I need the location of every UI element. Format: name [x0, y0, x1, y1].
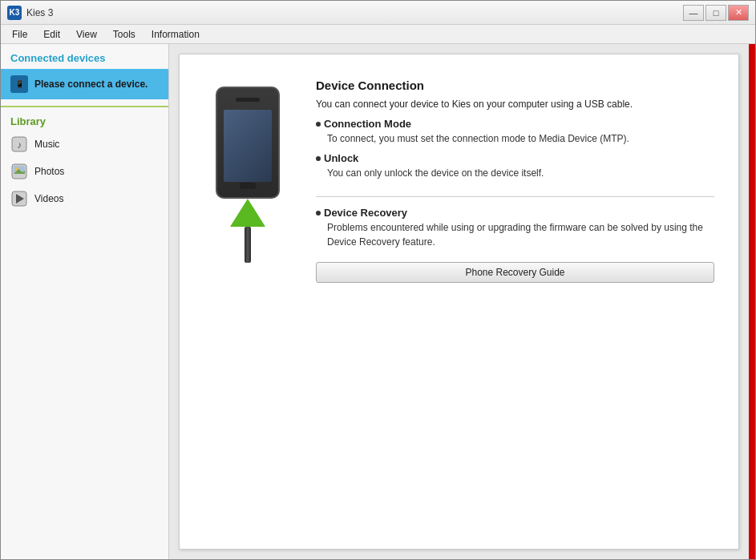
- red-stripe-decoration: [749, 44, 755, 559]
- device-recovery-title: Device Recovery: [316, 207, 714, 219]
- phone-recovery-guide-button[interactable]: Phone Recovery Guide: [316, 262, 714, 283]
- device-icon: 📱: [10, 75, 28, 93]
- videos-label: Videos: [34, 193, 63, 204]
- library-label: Library: [1, 106, 168, 131]
- photos-icon: [10, 163, 28, 180]
- minimize-button[interactable]: —: [683, 5, 704, 21]
- window-controls: — □ ✕: [683, 5, 749, 21]
- unlock-title: Unlock: [316, 152, 714, 164]
- main-layout: Connected devices 📱 Please connect a dev…: [1, 44, 755, 559]
- cable-line: [245, 227, 251, 263]
- phone-home-button: [240, 183, 256, 189]
- phone-body: [216, 87, 280, 199]
- menu-view[interactable]: View: [68, 27, 105, 42]
- connected-devices-label: Connected devices: [1, 44, 168, 69]
- phone-screen: [224, 110, 272, 182]
- svg-text:♪: ♪: [17, 139, 22, 151]
- close-button[interactable]: ✕: [728, 5, 749, 21]
- main-window: K3 Kies 3 — □ ✕ File Edit View Tools Inf…: [0, 0, 756, 560]
- music-icon: ♪: [10, 135, 28, 153]
- unlock-text: You can only unlock the device on the de…: [316, 166, 714, 180]
- connect-device-item[interactable]: 📱 Please connect a device.: [1, 69, 168, 99]
- bullet-dot-1: [316, 122, 321, 127]
- content-area: Device Connection You can connect your d…: [169, 44, 749, 559]
- connection-mode-title: Connection Mode: [316, 118, 714, 130]
- app-icon: K3: [7, 6, 22, 20]
- info-text-content: Device Connection You can connect your d…: [316, 79, 714, 525]
- bullet-dot-2: [316, 156, 321, 161]
- window-title: Kies 3: [26, 7, 683, 18]
- phone-speaker: [236, 98, 260, 102]
- sidebar-item-photos[interactable]: Photos: [1, 158, 168, 185]
- videos-icon: [10, 190, 28, 207]
- menu-information[interactable]: Information: [144, 27, 208, 42]
- menu-file[interactable]: File: [4, 27, 35, 42]
- device-recovery-text: Problems encountered while using or upgr…: [316, 220, 714, 249]
- maximize-button[interactable]: □: [705, 5, 726, 21]
- unlock-item: Unlock You can only unlock the device on…: [316, 152, 714, 180]
- sidebar: Connected devices 📱 Please connect a dev…: [1, 44, 169, 559]
- content-panel: Device Connection You can connect your d…: [179, 54, 739, 550]
- menu-tools[interactable]: Tools: [105, 27, 144, 42]
- device-connection-body: You can connect your device to Kies on y…: [316, 97, 714, 111]
- device-connection-title: Device Connection: [316, 79, 714, 92]
- menu-bar: File Edit View Tools Information: [1, 25, 755, 44]
- sidebar-item-music[interactable]: ♪ Music: [1, 131, 168, 158]
- usb-arrow-icon: [230, 199, 265, 227]
- phone-visual: [204, 79, 292, 525]
- section-divider: [316, 196, 714, 197]
- connection-mode-text: To connect, you must set the connection …: [316, 131, 714, 146]
- sidebar-item-videos[interactable]: Videos: [1, 185, 168, 212]
- menu-edit[interactable]: Edit: [35, 27, 68, 42]
- connection-mode-item: Connection Mode To connect, you must set…: [316, 118, 714, 146]
- title-bar: K3 Kies 3 — □ ✕: [1, 1, 755, 25]
- music-label: Music: [34, 139, 59, 150]
- bullet-dot-3: [316, 211, 321, 216]
- photos-label: Photos: [34, 166, 64, 177]
- usb-cable: [230, 199, 265, 263]
- device-label: Please connect a device.: [34, 79, 148, 90]
- device-recovery-item: Device Recovery Problems encountered whi…: [316, 207, 714, 249]
